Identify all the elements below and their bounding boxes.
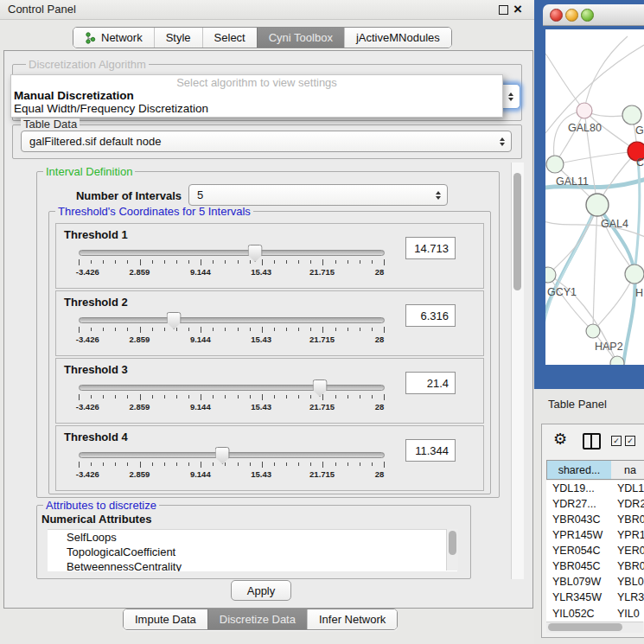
network-tab-icon [85,32,96,44]
checkbox-icon[interactable]: ✓ [611,436,622,446]
dropdown-option-equal-width-frequency[interactable]: Equal Width/Frequency Discretization [14,102,208,115]
minimize-traffic-light-icon[interactable] [565,9,578,22]
table-row[interactable]: YDL19...YDL1 [546,481,644,496]
table-row[interactable]: YER054CYER0 [546,543,644,558]
cell: YBR043C [546,513,611,526]
scale-label: -3.426 [76,402,99,411]
threshold-value-field[interactable] [405,304,456,327]
apply-button[interactable]: Apply [231,580,291,601]
cell: YDR2 [611,498,644,510]
network-node[interactable] [577,103,592,118]
main-vertical-scrollbar[interactable] [511,163,524,579]
tab-jactivemnodules[interactable]: jActiveMNodules [344,28,451,48]
tab-network[interactable]: Network [73,28,154,48]
table-row[interactable]: YDR27...YDR2 [546,496,644,512]
column-header-shared-name[interactable]: shared... [546,460,612,480]
threshold-3-panel: Threshold 3 -3.426 2.859 9.144 15.43 21.… [55,358,484,424]
cell: YPR1 [611,529,644,541]
slider-scale: -3.426 2.859 9.144 15.43 21.715 28 [79,335,383,345]
scale-label: 9.144 [190,335,211,344]
numerical-attributes-label: Numerical Attributes [41,513,151,526]
tab-style[interactable]: Style [154,28,202,48]
slider-scale: -3.426 2.859 9.144 15.43 21.715 28 [79,402,383,412]
table-data-combobox[interactable]: galFiltered.sif default node [21,131,512,152]
scale-label: 9.144 [190,469,211,479]
threshold-label: Threshold 2 [64,296,128,309]
network-node[interactable] [546,156,564,173]
table-row[interactable]: YLR345WYLR3 [546,590,644,605]
threshold-slider-track[interactable] [79,317,385,323]
list-vertical-scrollbar[interactable] [446,529,458,571]
threshold-slider-track[interactable] [79,385,385,391]
gear-icon[interactable]: ⚙ [553,430,567,448]
interval-definition-legend: Interval Definition [43,166,135,177]
network-node[interactable] [586,324,600,338]
table-panel-title: Table Panel [548,398,607,411]
table-row[interactable]: YBL079WYBL0 [546,574,644,590]
scale-label: 2.859 [130,335,150,344]
cell: YDL19... [546,482,611,494]
control-panel-titlebar: Control Panel × [0,0,536,20]
scrollbar-thumb[interactable] [548,623,622,631]
threshold-value-field[interactable] [405,439,456,462]
threshold-slider-track[interactable] [79,250,385,256]
tab-select[interactable]: Select [202,28,257,48]
list-item[interactable]: BetweennessCentrality [48,559,457,571]
float-window-icon[interactable] [499,5,508,15]
zoom-traffic-light-icon[interactable] [581,9,594,22]
cell: YBR045C [546,560,611,572]
tab-discretize-data[interactable]: Discretize Data [207,609,307,629]
cell: YIL0 [611,608,640,620]
network-window-titlebar[interactable] [543,4,644,26]
scale-label: -3.426 [76,335,99,344]
thresholds-group-legend: Threshold's Coordinates for 5 Intervals [55,206,253,217]
tab-label: Select [214,31,245,44]
network-node[interactable] [625,265,644,284]
column-header-name[interactable]: na [611,460,644,480]
threshold-label: Threshold 1 [64,228,128,241]
columns-icon[interactable] [583,433,601,450]
table-row[interactable]: YIL052CYIL0 [546,605,644,622]
tab-cyni-toolbox[interactable]: Cyni Toolbox [257,28,344,48]
tab-infer-network[interactable]: Infer Network [307,609,397,629]
combo-arrows-icon [436,191,441,200]
node-label: H [635,287,643,299]
list-item[interactable]: SelfLoops [48,530,457,545]
scrollbar-thumb[interactable] [449,531,456,555]
cell: YBL0 [611,576,644,588]
table-row[interactable]: YBR043CYBR0 [546,512,644,527]
list-item[interactable]: TopologicalCoefficient [48,545,457,559]
threshold-slider-track[interactable] [79,452,385,458]
threshold-label: Threshold 4 [64,430,128,443]
number-of-intervals-combobox[interactable]: 5 [188,184,448,206]
close-traffic-light-icon[interactable] [550,9,563,22]
table-row[interactable]: YBR045CYBR0 [546,558,644,574]
checkbox-icon[interactable]: ✓ [625,436,635,446]
combo-arrows-icon [500,137,505,146]
tab-impute-data[interactable]: Impute Data [124,609,207,629]
network-node[interactable] [586,194,609,216]
network-canvas[interactable]: GAL80 G C GAL11 GAL4 GCY1 H HAP2 [545,29,644,365]
control-panel-tabs: Network Style Select Cyni Toolbox jActiv… [73,27,452,48]
threshold-value-field[interactable] [405,237,456,259]
screen: { "control_panel": { "title": "Control P… [0,0,644,644]
scale-label: 2.859 [130,402,150,411]
numerical-attributes-list[interactable]: SelfLoops TopologicalCoefficient Between… [48,529,457,571]
dropdown-option-manual-discretization[interactable]: Manual Discretization [14,89,134,102]
close-icon[interactable]: × [513,0,522,19]
threshold-4-panel: Threshold 4 -3.426 2.859 9.144 15.43 21.… [55,425,484,491]
network-node[interactable] [610,356,624,365]
scale-label: 15.43 [251,402,271,411]
table-horizontal-scrollbar[interactable] [546,622,643,633]
node-label: GAL4 [601,218,628,230]
slider-ticks [79,394,384,401]
cell: YBR0 [611,513,644,526]
network-node[interactable] [545,267,556,283]
node-label: HAP2 [595,341,623,353]
table-row[interactable]: YPR145WYPR1 [546,527,644,543]
threshold-label: Threshold 3 [64,363,128,376]
cell: YER054C [546,545,611,557]
scrollbar-thumb[interactable] [513,173,521,290]
threshold-value-field[interactable] [405,372,456,394]
network-node[interactable] [622,105,641,124]
